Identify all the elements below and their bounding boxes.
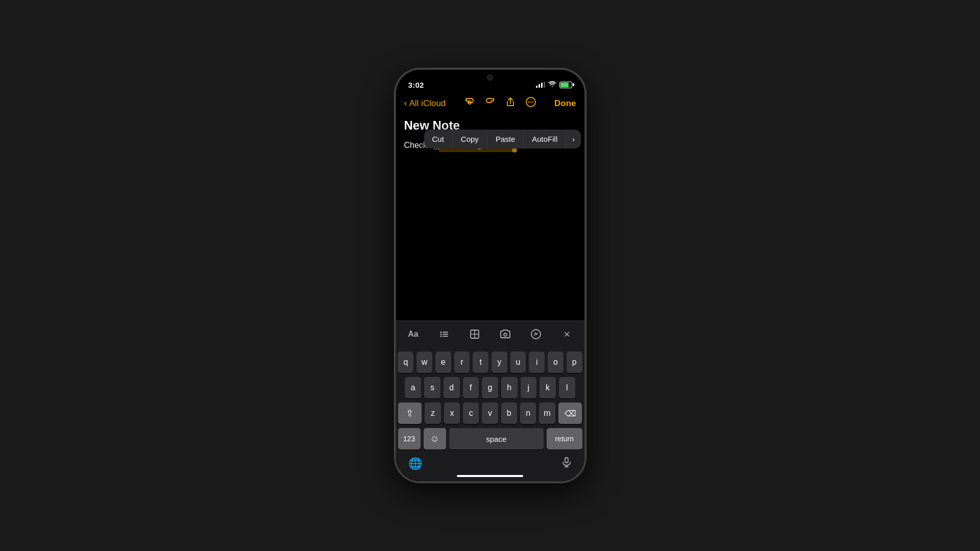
key-y[interactable]: y	[492, 352, 507, 373]
format-text-icon[interactable]: Aa	[404, 325, 423, 343]
delete-key[interactable]: ⌫	[558, 403, 582, 424]
key-z[interactable]: z	[425, 403, 440, 424]
back-chevron-icon: ‹	[404, 98, 407, 109]
signal-icon	[536, 82, 545, 88]
key-s[interactable]: s	[424, 377, 440, 398]
key-v[interactable]: v	[482, 403, 498, 424]
context-menu: Cut Copy Paste AutoFill ›	[424, 130, 581, 148]
keyboard: q w e r t y u i o p a s d f g h j k	[396, 347, 584, 453]
svg-point-7	[440, 334, 442, 335]
key-c[interactable]: c	[463, 403, 479, 424]
svg-point-4	[532, 102, 533, 103]
key-a[interactable]: a	[405, 377, 421, 398]
key-q[interactable]: q	[398, 352, 413, 373]
key-d[interactable]: d	[444, 377, 460, 398]
home-indicator	[457, 475, 523, 477]
key-k[interactable]: k	[540, 377, 556, 398]
globe-icon[interactable]: 🌐	[408, 457, 422, 470]
keyboard-row-4: 123 ☺ space return	[396, 426, 584, 453]
keyboard-row-3: ⇧ z x c v b n m ⌫	[396, 400, 584, 426]
key-h[interactable]: h	[501, 377, 518, 398]
camera-icon[interactable]	[496, 325, 514, 343]
key-f[interactable]: f	[463, 377, 479, 398]
key-n[interactable]: n	[520, 403, 536, 424]
key-g[interactable]: g	[482, 377, 498, 398]
key-u[interactable]: u	[510, 352, 526, 373]
svg-rect-16	[565, 458, 568, 463]
battery-icon	[559, 82, 572, 88]
svg-point-5	[440, 332, 442, 333]
nav-bar: ‹ All iCloud	[396, 92, 584, 114]
key-i[interactable]: i	[529, 352, 545, 373]
key-w[interactable]: w	[416, 352, 432, 373]
key-x[interactable]: x	[444, 403, 460, 424]
return-key[interactable]: return	[547, 428, 582, 449]
emoji-key[interactable]: ☺	[424, 428, 446, 449]
key-o[interactable]: o	[548, 352, 564, 373]
keyboard-row-2: a s d f g h j k l	[396, 375, 584, 400]
table-icon[interactable]	[465, 325, 484, 343]
space-key[interactable]: space	[449, 428, 544, 449]
note-content[interactable]: New Note Cut Copy Paste AutoFill › Check…	[396, 114, 584, 320]
paste-button[interactable]: Paste	[487, 130, 524, 148]
key-m[interactable]: m	[539, 403, 555, 424]
copy-button[interactable]: Copy	[453, 130, 487, 148]
share-icon[interactable]	[505, 96, 516, 110]
more-icon[interactable]	[525, 96, 536, 110]
microphone-icon[interactable]	[561, 457, 572, 471]
number-key[interactable]: 123	[398, 428, 421, 449]
svg-point-2	[528, 102, 529, 103]
back-label[interactable]: All iCloud	[409, 98, 446, 109]
key-e[interactable]: e	[435, 352, 451, 373]
phone-screen: 3:02	[396, 70, 584, 481]
key-t[interactable]: t	[473, 352, 488, 373]
nav-back[interactable]: ‹ All iCloud	[404, 98, 446, 109]
list-icon[interactable]	[435, 325, 453, 343]
front-camera	[487, 74, 493, 81]
close-toolbar-icon[interactable]: ✕	[557, 325, 576, 343]
shift-key[interactable]: ⇧	[398, 403, 422, 424]
wifi-icon	[548, 81, 556, 89]
format-toolbar: Aa	[396, 320, 584, 347]
nav-actions	[464, 96, 536, 110]
autofill-button[interactable]: AutoFill	[524, 130, 566, 148]
more-menu-arrow[interactable]: ›	[566, 130, 581, 148]
key-p[interactable]: p	[567, 352, 582, 373]
svg-point-9	[440, 336, 442, 337]
undo-icon[interactable]	[464, 96, 475, 110]
notch	[459, 70, 521, 85]
status-time: 3:02	[408, 81, 424, 89]
done-button[interactable]: Done	[554, 98, 576, 109]
keyboard-row-1: q w e r t y u i o p	[396, 347, 584, 375]
status-icons	[536, 81, 572, 89]
key-j[interactable]: j	[521, 377, 537, 398]
phone-frame: 3:02	[395, 68, 586, 483]
key-l[interactable]: l	[559, 377, 575, 398]
key-b[interactable]: b	[501, 403, 517, 424]
cut-button[interactable]: Cut	[424, 130, 453, 148]
svg-point-14	[504, 333, 507, 336]
svg-point-3	[530, 102, 531, 103]
redo-icon[interactable]	[484, 96, 496, 110]
key-r[interactable]: r	[454, 352, 470, 373]
markup-icon[interactable]	[527, 325, 545, 343]
